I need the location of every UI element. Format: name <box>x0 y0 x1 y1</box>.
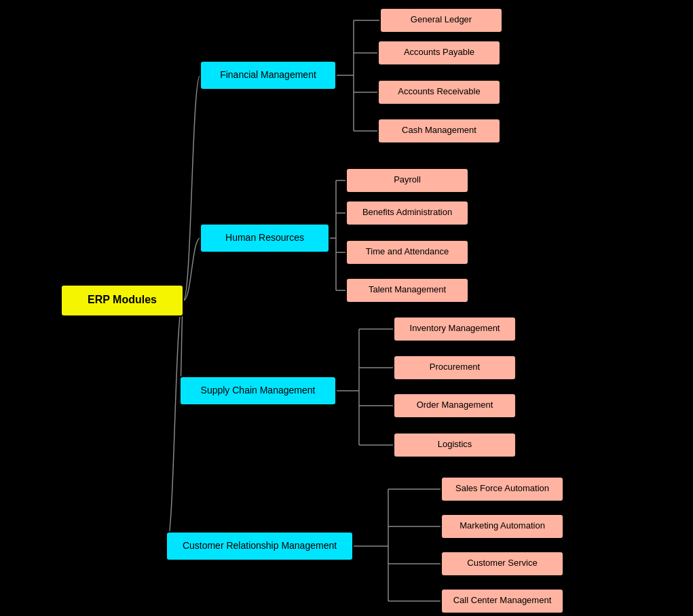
svg-text:Marketing Automation: Marketing Automation <box>460 520 545 531</box>
svg-text:General Ledger: General Ledger <box>411 14 472 24</box>
svg-text:Accounts Receivable: Accounts Receivable <box>398 86 480 96</box>
svg-text:Accounts Payable: Accounts Payable <box>404 47 474 57</box>
svg-text:ERP Modules: ERP Modules <box>88 294 157 305</box>
svg-text:Procurement: Procurement <box>430 362 481 372</box>
svg-text:Call Center Management: Call Center Management <box>453 595 552 605</box>
svg-text:Supply Chain Management: Supply Chain Management <box>201 385 316 396</box>
svg-text:Inventory Management: Inventory Management <box>410 323 500 333</box>
svg-text:Benefits Administration: Benefits Administration <box>362 207 452 217</box>
svg-text:Customer Relationship Manageme: Customer Relationship Management <box>183 540 337 551</box>
svg-text:Human Resources: Human Resources <box>225 232 304 243</box>
svg-text:Payroll: Payroll <box>394 174 421 185</box>
svg-text:Financial Management: Financial Management <box>220 69 316 80</box>
svg-text:Logistics: Logistics <box>438 439 472 449</box>
svg-text:Cash Management: Cash Management <box>402 125 476 135</box>
svg-text:Order Management: Order Management <box>417 400 493 410</box>
svg-text:Time and Attendance: Time and Attendance <box>366 246 449 256</box>
svg-text:Sales Force Automation: Sales Force Automation <box>455 483 549 493</box>
svg-text:Talent Management: Talent Management <box>369 284 447 294</box>
svg-text:Customer Service: Customer Service <box>467 558 537 568</box>
